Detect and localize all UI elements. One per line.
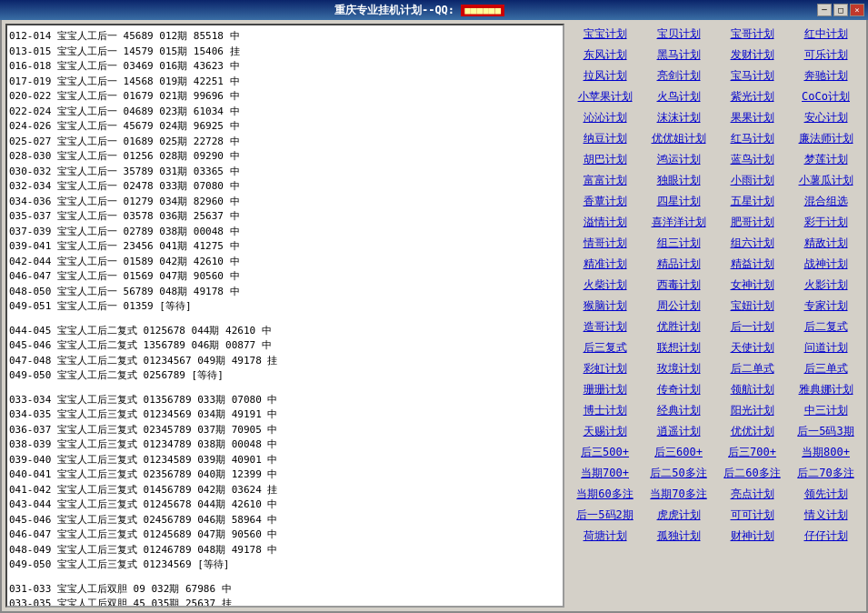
plan-link[interactable]: 珊珊计划	[568, 379, 642, 400]
plan-link[interactable]: 拉风计划	[568, 65, 642, 86]
plan-link[interactable]: 情义计划	[789, 505, 863, 526]
plan-link[interactable]: 后二复式	[789, 317, 863, 337]
plan-link[interactable]: 可可计划	[715, 505, 789, 526]
plan-link[interactable]: 专家计划	[789, 296, 863, 317]
plan-link[interactable]: 当期800+	[789, 442, 863, 463]
plan-link[interactable]: CoCo计划	[789, 86, 863, 107]
plan-link[interactable]: 彩于计划	[789, 212, 863, 233]
plan-link[interactable]: 溢情计划	[568, 212, 642, 233]
plan-link[interactable]: 四星计划	[642, 191, 715, 212]
plan-link[interactable]: 精品计划	[642, 254, 715, 275]
plan-link[interactable]: 后二70多注	[789, 463, 863, 484]
plan-link[interactable]: 彩虹计划	[568, 358, 642, 379]
plan-link[interactable]: 战神计划	[789, 254, 863, 275]
plan-link[interactable]: 天赐计划	[568, 421, 642, 442]
plan-link[interactable]: 东风计划	[568, 45, 642, 65]
close-button[interactable]: ×	[850, 4, 864, 16]
plan-link[interactable]: 精准计划	[568, 254, 642, 275]
plan-link[interactable]: 女神计划	[715, 275, 789, 296]
plan-link[interactable]: 造哥计划	[568, 317, 642, 337]
plan-link[interactable]: 财神计划	[715, 526, 789, 547]
plan-link[interactable]: 纳豆计划	[568, 128, 642, 149]
plan-link[interactable]: 问道计划	[789, 337, 863, 358]
plan-link[interactable]: 优优计划	[715, 421, 789, 442]
plan-link[interactable]: 宝哥计划	[715, 24, 789, 45]
plan-link[interactable]: 香蕈计划	[568, 191, 642, 212]
plan-link[interactable]: 猴脑计划	[568, 296, 642, 317]
plan-link[interactable]: 蓝鸟计划	[715, 149, 789, 170]
plan-link[interactable]: 周公计划	[642, 296, 715, 317]
plan-link[interactable]: 独眼计划	[642, 170, 715, 191]
plan-link[interactable]: 奔驰计划	[789, 65, 863, 86]
plan-link[interactable]: 领航计划	[715, 379, 789, 400]
plan-link[interactable]: 后三单式	[789, 358, 863, 379]
minimize-button[interactable]: ─	[817, 4, 832, 16]
plan-link[interactable]: 果果计划	[715, 107, 789, 128]
plan-link[interactable]: 后三600+	[642, 442, 715, 463]
plan-link[interactable]: 小薯瓜计划	[789, 170, 863, 191]
plan-link[interactable]: 虎虎计划	[642, 505, 715, 526]
plan-link[interactable]: 优优姐计划	[642, 128, 715, 149]
plan-link[interactable]: 火影计划	[789, 275, 863, 296]
plan-link[interactable]: 传奇计划	[642, 379, 715, 400]
content-area[interactable]: 012-014 宝宝人工后一 45689 012期 85518 中013-015…	[7, 25, 563, 606]
plan-link[interactable]: 领先计划	[789, 484, 863, 505]
plan-link[interactable]: 中三计划	[789, 400, 863, 421]
plan-link[interactable]: 亮点计划	[715, 484, 789, 505]
plan-link[interactable]: 喜洋洋计划	[642, 212, 715, 233]
plan-link[interactable]: 后二单式	[715, 358, 789, 379]
plan-link[interactable]: 火鸟计划	[642, 86, 715, 107]
plan-link[interactable]: 情哥计划	[568, 233, 642, 254]
plan-link[interactable]: 亮剑计划	[642, 65, 715, 86]
plan-link[interactable]: 沁沁计划	[568, 107, 642, 128]
plan-link[interactable]: 五星计划	[715, 191, 789, 212]
plan-link[interactable]: 宝贝计划	[642, 24, 715, 45]
plan-link[interactable]: 宝宝计划	[568, 24, 642, 45]
plan-link[interactable]: 雅典娜计划	[789, 379, 863, 400]
plan-link[interactable]: 小苹果计划	[568, 86, 642, 107]
plan-link[interactable]: 发财计划	[715, 45, 789, 65]
plan-link[interactable]: 红马计划	[715, 128, 789, 149]
plan-link[interactable]: 沫沫计划	[642, 107, 715, 128]
plan-link[interactable]: 后二60多注	[715, 463, 789, 484]
plan-link[interactable]: 精益计划	[715, 254, 789, 275]
plan-link[interactable]: 后一计划	[715, 317, 789, 337]
plan-link[interactable]: 鸿运计划	[642, 149, 715, 170]
plan-link[interactable]: 红中计划	[789, 24, 863, 45]
plan-link[interactable]: 后二50多注	[642, 463, 715, 484]
plan-link[interactable]: 肥哥计划	[715, 212, 789, 233]
plan-link[interactable]: 当期70多注	[642, 484, 715, 505]
plan-link[interactable]: 后三500+	[568, 442, 642, 463]
plan-link[interactable]: 后三700+	[715, 442, 789, 463]
plan-link[interactable]: 精敌计划	[789, 233, 863, 254]
plan-link[interactable]: 阳光计划	[715, 400, 789, 421]
plan-link[interactable]: 安心计划	[789, 107, 863, 128]
plan-link[interactable]: 优胜计划	[642, 317, 715, 337]
maximize-button[interactable]: □	[833, 4, 848, 16]
plan-link[interactable]: 胡巴计划	[568, 149, 642, 170]
plan-link[interactable]: 廉法师计划	[789, 128, 863, 149]
plan-link[interactable]: 博士计划	[568, 400, 642, 421]
plan-link[interactable]: 后一5码3期	[789, 421, 863, 442]
plan-link[interactable]: 可乐计划	[789, 45, 863, 65]
plan-link[interactable]: 当期60多注	[568, 484, 642, 505]
plan-link[interactable]: 仔仔计划	[789, 526, 863, 547]
plan-link[interactable]: 荷塘计划	[568, 526, 642, 547]
plan-link[interactable]: 孤独计划	[642, 526, 715, 547]
plan-link[interactable]: 天使计划	[715, 337, 789, 358]
plan-link[interactable]: 紫光计划	[715, 86, 789, 107]
plan-link[interactable]: 后三复式	[568, 337, 642, 358]
plan-link[interactable]: 经典计划	[642, 400, 715, 421]
plan-link[interactable]: 联想计划	[642, 337, 715, 358]
plan-link[interactable]: 后一5码2期	[568, 505, 642, 526]
plan-link[interactable]: 黑马计划	[642, 45, 715, 65]
plan-link[interactable]: 梦莲计划	[789, 149, 863, 170]
plan-link[interactable]: 组三计划	[642, 233, 715, 254]
plan-link[interactable]: 西毒计划	[642, 275, 715, 296]
plan-link[interactable]: 组六计划	[715, 233, 789, 254]
plan-link[interactable]: 宝马计划	[715, 65, 789, 86]
plan-link[interactable]: 当期700+	[568, 463, 642, 484]
plan-link[interactable]: 小雨计划	[715, 170, 789, 191]
plan-link[interactable]: 富富计划	[568, 170, 642, 191]
plan-link[interactable]: 玫境计划	[642, 358, 715, 379]
